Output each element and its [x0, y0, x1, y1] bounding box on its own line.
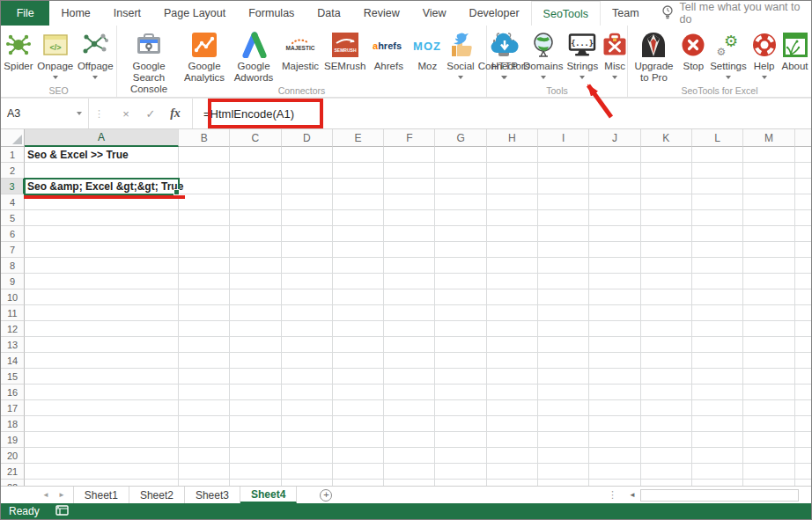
- cell-F11[interactable]: [384, 305, 435, 321]
- cell-J7[interactable]: [589, 242, 640, 258]
- cell-L15[interactable]: [692, 369, 743, 385]
- row-header-7[interactable]: 7: [1, 242, 25, 258]
- cell-J4[interactable]: [589, 194, 640, 210]
- stop-button[interactable]: Stop: [679, 28, 707, 73]
- cell-K9[interactable]: [641, 274, 692, 289]
- cell-C8[interactable]: [230, 258, 281, 274]
- cell-J8[interactable]: [589, 258, 640, 274]
- cell-F10[interactable]: [384, 289, 435, 305]
- cell-L16[interactable]: [692, 385, 743, 400]
- formula-input[interactable]: =HtmlEncode(A1): [193, 99, 811, 128]
- cell-F9[interactable]: [384, 274, 435, 289]
- cell-K19[interactable]: [641, 432, 692, 448]
- cell-H5[interactable]: [487, 210, 538, 226]
- cell-K3[interactable]: [641, 179, 692, 194]
- about-button[interactable]: About: [780, 28, 810, 73]
- select-all-corner[interactable]: [1, 129, 25, 147]
- cell-I17[interactable]: [538, 400, 589, 416]
- row-header-19[interactable]: 19: [1, 432, 25, 448]
- cell-J1[interactable]: [589, 147, 640, 163]
- cell-H21[interactable]: [487, 464, 538, 480]
- cell-G10[interactable]: [435, 289, 486, 305]
- cell-M15[interactable]: [743, 369, 794, 385]
- cell-G14[interactable]: [435, 353, 486, 369]
- cell-C13[interactable]: [230, 337, 281, 353]
- cell-E13[interactable]: [333, 337, 384, 353]
- semrush-button[interactable]: SEMRUSH SEMrush: [322, 28, 367, 73]
- cell-B5[interactable]: [179, 210, 230, 226]
- cell-F8[interactable]: [384, 258, 435, 274]
- cell-E7[interactable]: [333, 242, 384, 258]
- column-header-F[interactable]: F: [384, 129, 435, 147]
- row-header-6[interactable]: 6: [1, 226, 25, 242]
- onpage-button[interactable]: </> Onpage: [35, 28, 75, 80]
- cell-I3[interactable]: [538, 179, 589, 194]
- cell-C22[interactable]: [230, 480, 281, 486]
- cell-F6[interactable]: [384, 226, 435, 242]
- cell-A7[interactable]: [25, 242, 179, 258]
- cell-J9[interactable]: [589, 274, 640, 289]
- tab-data[interactable]: Data: [306, 1, 351, 26]
- cell-D10[interactable]: [282, 289, 333, 305]
- cell-C5[interactable]: [230, 210, 281, 226]
- cell-A21[interactable]: [25, 464, 179, 480]
- tab-page-layout[interactable]: Page Layout: [152, 1, 237, 26]
- cell-B8[interactable]: [179, 258, 230, 274]
- cell-M21[interactable]: [743, 464, 794, 480]
- cell-H9[interactable]: [487, 274, 538, 289]
- cell-L22[interactable]: [692, 480, 743, 486]
- cell-I11[interactable]: [538, 305, 589, 321]
- cell-H18[interactable]: [487, 416, 538, 432]
- cell-H15[interactable]: [487, 369, 538, 385]
- cell-F16[interactable]: [384, 385, 435, 400]
- cell-B21[interactable]: [179, 464, 230, 480]
- sheet-tab-sheet2[interactable]: Sheet2: [129, 487, 185, 503]
- cell-H1[interactable]: [487, 147, 538, 163]
- cell-E12[interactable]: [333, 321, 384, 337]
- cell-E10[interactable]: [333, 289, 384, 305]
- cell-H14[interactable]: [487, 353, 538, 369]
- cell-M2[interactable]: [743, 163, 794, 179]
- column-header-M[interactable]: M: [743, 129, 794, 147]
- insert-function-button[interactable]: fx: [164, 106, 187, 121]
- cell-D17[interactable]: [282, 400, 333, 416]
- cell-M3[interactable]: [743, 179, 794, 194]
- cell-M11[interactable]: [743, 305, 794, 321]
- cell-J12[interactable]: [589, 321, 640, 337]
- cell-L17[interactable]: [692, 400, 743, 416]
- cell-E1[interactable]: [333, 147, 384, 163]
- cell-I22[interactable]: [538, 480, 589, 486]
- cell-G21[interactable]: [435, 464, 486, 480]
- cell-J14[interactable]: [589, 353, 640, 369]
- cell-H19[interactable]: [487, 432, 538, 448]
- offpage-button[interactable]: Offpage: [76, 28, 115, 80]
- cell-B2[interactable]: [179, 163, 230, 179]
- cell-G5[interactable]: [435, 210, 486, 226]
- cell-I15[interactable]: [538, 369, 589, 385]
- cell-B22[interactable]: [179, 480, 230, 486]
- cell-B3[interactable]: [179, 179, 230, 194]
- cell-K10[interactable]: [641, 289, 692, 305]
- cell-M12[interactable]: [743, 321, 794, 337]
- misc-button[interactable]: Misc: [600, 28, 630, 80]
- http-button[interactable]: HTTP: [488, 28, 521, 80]
- column-header-A[interactable]: A: [25, 129, 179, 147]
- cell-J20[interactable]: [589, 448, 640, 464]
- cell-H11[interactable]: [487, 305, 538, 321]
- cell-J21[interactable]: [589, 464, 640, 480]
- cell-E8[interactable]: [333, 258, 384, 274]
- cell-L7[interactable]: [692, 242, 743, 258]
- cell-B12[interactable]: [179, 321, 230, 337]
- cell-D18[interactable]: [282, 416, 333, 432]
- cell-H6[interactable]: [487, 226, 538, 242]
- cell-B4[interactable]: [179, 194, 230, 210]
- help-button[interactable]: Help: [749, 28, 779, 80]
- cell-H7[interactable]: [487, 242, 538, 258]
- cell-F15[interactable]: [384, 369, 435, 385]
- cell-I12[interactable]: [538, 321, 589, 337]
- scroll-left-arrow[interactable]: ◄: [624, 491, 640, 499]
- row-header-18[interactable]: 18: [1, 416, 25, 432]
- cell-D11[interactable]: [282, 305, 333, 321]
- cell-I8[interactable]: [538, 258, 589, 274]
- cell-E9[interactable]: [333, 274, 384, 289]
